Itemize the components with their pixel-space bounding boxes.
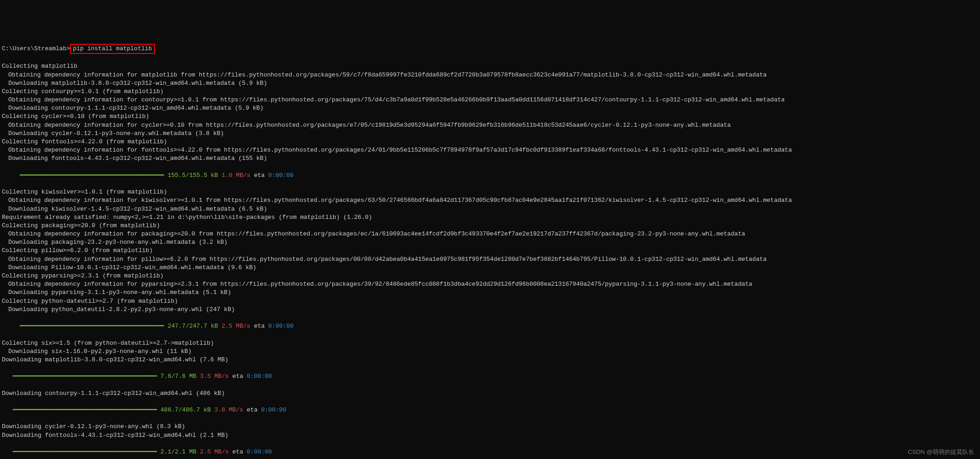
terminal-line: Downloading pyparsing-3.1.1-py3-none-any…: [2, 288, 978, 297]
progress-speed: 2.5 MB/s: [200, 448, 229, 455]
progress-line: ━━━━━━━━━━━━━━━━━━━━━━━━━━━━━━━━━━━━━━━━…: [2, 322, 978, 330]
terminal-line: Downloading packaging-23.2-py3-none-any.…: [2, 238, 978, 247]
command-highlight-1: pip install matplotlib: [70, 44, 155, 54]
terminal-line: Collecting packaging>=20.0 (from matplot…: [2, 222, 978, 230]
terminal-line: Downloading matplotlib-3.8.0-cp312-cp312…: [2, 356, 978, 364]
terminal-line: Obtaining dependency information for pyp…: [2, 280, 978, 288]
terminal-line: Collecting contourpy>=1.0.1 (from matplo…: [2, 88, 978, 96]
progress-time: 0:00:00: [268, 172, 293, 179]
progress-bar: ━━━━━━━━━━━━━━━━━━━━━━━━━━━━━━━━━━━━━━━━: [2, 406, 160, 414]
watermark: CSDN @萌萌的提莫队长: [908, 448, 974, 456]
progress-time: 0:00:00: [261, 406, 287, 413]
progress-size: 155.5/155.5 kB: [168, 172, 218, 179]
prompt-line-1: C:\Users\Streamlab>pip install matplotli…: [2, 44, 978, 54]
progress-size: 247.7/247.7 kB: [168, 323, 218, 330]
terminal-line: Obtaining dependency information for kiw…: [2, 196, 978, 205]
prompt-path: C:\Users\Streamlab>: [2, 45, 70, 52]
terminal-line: Collecting fonttools>=4.22.0 (from matpl…: [2, 138, 978, 146]
terminal-line: Downloading kiwisolver-1.4.5-cp312-cp312…: [2, 205, 978, 213]
progress-bar: ━━━━━━━━━━━━━━━━━━━━━━━━━━━━━━━━━━━━━━━━: [2, 448, 160, 456]
terminal-line: Requirement already satisfied: numpy<2,>…: [2, 213, 978, 222]
progress-eta-label: eta: [229, 448, 247, 455]
progress-time: 0:00:00: [247, 448, 272, 455]
progress-eta-label: eta: [229, 373, 247, 380]
terminal-line: Obtaining dependency information for cyc…: [2, 121, 978, 129]
progress-line: ━━━━━━━━━━━━━━━━━━━━━━━━━━━━━━━━━━━━━━━━…: [2, 448, 978, 456]
terminal-line: Collecting python-dateutil>=2.7 (from ma…: [2, 297, 978, 306]
progress-bar: ━━━━━━━━━━━━━━━━━━━━━━━━━━━━━━━━━━━━━━━━: [2, 171, 168, 180]
progress-time: 0:00:00: [268, 323, 293, 330]
progress-time: 0:00:00: [247, 373, 272, 380]
terminal-line: Downloading Pillow-10.0.1-cp312-cp312-wi…: [2, 264, 978, 272]
terminal-line: Obtaining dependency information for mat…: [2, 71, 978, 79]
terminal-line: Obtaining dependency information for con…: [2, 96, 978, 104]
terminal-line: Obtaining dependency information for pil…: [2, 255, 978, 264]
terminal-line: Downloading six-1.16.0-py2.py3-none-any.…: [2, 347, 978, 356]
progress-eta-label: eta: [250, 323, 268, 330]
progress-line: ━━━━━━━━━━━━━━━━━━━━━━━━━━━━━━━━━━━━━━━━…: [2, 171, 978, 180]
terminal-line: Collecting cycler>=0.10 (from matplotlib…: [2, 112, 978, 121]
progress-speed: 3.8 MB/s: [214, 406, 243, 413]
terminal-line: Collecting six>=1.5 (from python-dateuti…: [2, 339, 978, 347]
terminal-line: Downloading cycler-0.12.1-py3-none-any.w…: [2, 423, 978, 431]
progress-bar: ━━━━━━━━━━━━━━━━━━━━━━━━━━━━━━━━━━━━━━━━: [2, 322, 168, 330]
terminal-line: Collecting pillow>=6.2.0 (from matplotli…: [2, 247, 978, 255]
progress-size: 2.1/2.1 MB: [160, 448, 196, 455]
terminal-line: Downloading fonttools-4.43.1-cp312-cp312…: [2, 431, 978, 440]
terminal-line: Obtaining dependency information for fon…: [2, 146, 978, 154]
progress-line: ━━━━━━━━━━━━━━━━━━━━━━━━━━━━━━━━━━━━━━━━…: [2, 406, 978, 414]
progress-speed: 3.5 MB/s: [200, 373, 229, 380]
terminal-line: Downloading cycler-0.12.1-py3-none-any.w…: [2, 129, 978, 138]
terminal-line: Downloading matplotlib-3.8.0-cp312-cp312…: [2, 79, 978, 88]
progress-bar: ━━━━━━━━━━━━━━━━━━━━━━━━━━━━━━━━━━━━━━━━: [2, 372, 160, 381]
terminal-line: Downloading contourpy-1.1.1-cp312-cp312-…: [2, 104, 978, 112]
terminal-output[interactable]: C:\Users\Streamlab>pip install matplotli…: [2, 35, 978, 459]
progress-eta-label: eta: [250, 172, 268, 179]
terminal-line: Collecting pyparsing>=2.3.1 (from matplo…: [2, 272, 978, 280]
progress-size: 486.7/486.7 kB: [160, 406, 211, 413]
progress-speed: 1.0 MB/s: [222, 172, 250, 179]
terminal-line: Collecting matplotlib: [2, 62, 978, 71]
terminal-line: Obtaining dependency information for pac…: [2, 230, 978, 238]
progress-line: ━━━━━━━━━━━━━━━━━━━━━━━━━━━━━━━━━━━━━━━━…: [2, 372, 978, 381]
terminal-line: Downloading python_dateutil-2.8.2-py2.py…: [2, 306, 978, 314]
progress-eta-label: eta: [243, 406, 261, 413]
progress-speed: 2.5 MB/s: [222, 323, 250, 330]
terminal-line: Downloading contourpy-1.1.1-cp312-cp312-…: [2, 389, 978, 398]
terminal-line: Collecting kiwisolver>=1.0.1 (from matpl…: [2, 188, 978, 196]
terminal-line: Downloading fonttools-4.43.1-cp312-cp312…: [2, 154, 978, 163]
progress-size: 7.6/7.6 MB: [160, 373, 196, 380]
